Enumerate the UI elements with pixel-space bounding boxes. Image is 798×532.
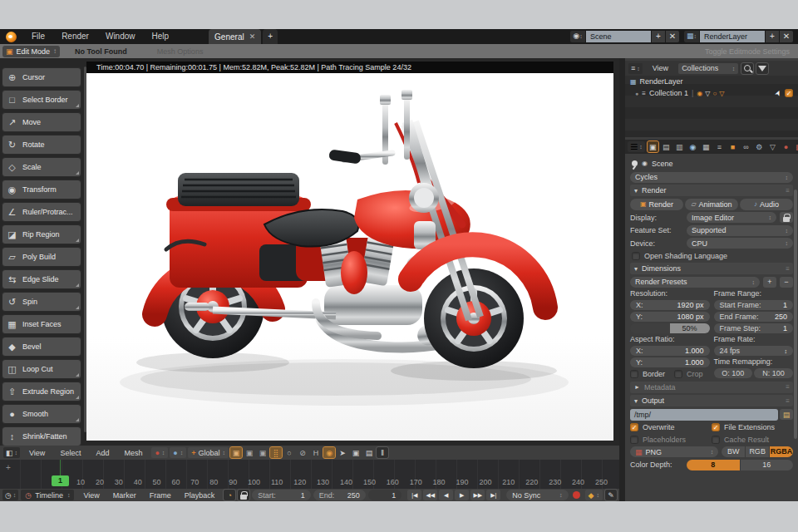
tab-close-icon[interactable]: ✕	[249, 32, 256, 41]
menubar-menu[interactable]: Help	[144, 29, 178, 44]
record-button[interactable]	[571, 490, 583, 500]
add-workspace-button[interactable]: +	[263, 29, 278, 44]
placeholders-checkbox[interactable]	[630, 436, 638, 444]
collection-object-icon[interactable]: ◉	[697, 90, 702, 97]
viewport-menu[interactable]: Select	[52, 449, 88, 457]
properties-tab-icon[interactable]: ▽	[767, 141, 778, 152]
viewport-header-icon[interactable]: ▤	[363, 447, 375, 458]
tool-button[interactable]: ▱ Poly Build	[2, 247, 81, 267]
dimensions-section-header[interactable]: ▾Dimensions≡	[630, 263, 793, 274]
scene-delete-button[interactable]: ✕	[666, 31, 679, 42]
viewport-header-icon[interactable]: ○	[283, 447, 295, 458]
tool-button[interactable]: ▦ Inset Faces	[2, 314, 81, 334]
tool-button[interactable]: ⊕ Cursor	[2, 67, 81, 87]
properties-scrollbar[interactable]	[794, 190, 797, 439]
outliner-row-renderlayer[interactable]: ▦ RenderLayer	[625, 76, 798, 87]
tool-button[interactable]: ◪ Rip Region	[2, 224, 81, 244]
auto-keyframe-icon[interactable]: ◔	[224, 490, 235, 500]
menubar-menu[interactable]: Render	[53, 29, 97, 44]
scene-name-field[interactable]: Scene	[586, 31, 651, 42]
viewport-header-icon[interactable]: ➤	[337, 447, 348, 458]
cache-result-checkbox[interactable]	[712, 436, 720, 444]
end-frame-prop[interactable]: End Frame:250	[714, 312, 794, 322]
display-lock-button[interactable]	[780, 212, 793, 223]
renderlayer-name-field[interactable]: RenderLayer	[700, 31, 765, 42]
device-dropdown[interactable]: CPU↕	[687, 238, 793, 249]
renderlayer-delete-button[interactable]: ✕	[780, 31, 793, 42]
tool-button[interactable]: □ Select Border	[2, 90, 81, 110]
shading-mode-dropdown[interactable]: ●↕	[151, 447, 168, 458]
properties-tab-icon[interactable]: ⚙	[754, 141, 765, 152]
resolution-y-field[interactable]: Y:1080 px	[630, 312, 710, 322]
viewport-header-icon[interactable]: ⊘	[297, 447, 308, 458]
tool-button[interactable]: ⇧ Extrude Region	[2, 382, 81, 401]
viewport-header-icon[interactable]: ▣	[244, 447, 255, 458]
preset-add-button[interactable]: +	[763, 277, 776, 288]
viewport-header-icon[interactable]: H	[310, 447, 322, 458]
renderlayer-add-button[interactable]: +	[766, 31, 779, 42]
properties-tab-icon[interactable]: ▤	[661, 141, 672, 152]
properties-tab-icon[interactable]: ▥	[674, 141, 685, 152]
mode-dropdown[interactable]: ▣ Edit Mode ↕	[2, 46, 60, 57]
viewport-menu[interactable]: View	[22, 449, 52, 457]
aspect-x-field[interactable]: X:1.000	[630, 346, 710, 356]
properties-tab-icon[interactable]: ▩	[794, 141, 798, 152]
properties-editor-selector[interactable]: ≡↕	[628, 141, 645, 152]
overwrite-checkbox[interactable]: ✓	[630, 423, 638, 431]
viewport-header-icon[interactable]: ▣	[230, 447, 242, 458]
search-icon[interactable]	[741, 63, 753, 74]
render-button[interactable]: ▣Render	[630, 199, 683, 210]
properties-tab-icon[interactable]: ▣	[648, 141, 658, 152]
properties-tab-icon[interactable]: ■	[727, 141, 738, 152]
remap-new-field[interactable]: N: 100	[754, 368, 793, 378]
timeline-editor-selector[interactable]: ◷↕	[2, 490, 18, 500]
preset-remove-button[interactable]: −	[780, 277, 793, 288]
viewport-menu[interactable]: Mesh	[116, 449, 150, 457]
properties-tab-icon[interactable]: ≡	[714, 141, 725, 152]
collection-object-icon[interactable]: ○	[712, 90, 717, 97]
pivot-point-dropdown[interactable]: ●↕	[170, 447, 186, 458]
current-frame-marker[interactable]: 1	[52, 475, 69, 486]
collection-object-icon[interactable]: ▽	[719, 90, 724, 97]
osl-checkbox[interactable]	[632, 252, 640, 260]
menubar-menu[interactable]: File	[23, 29, 53, 44]
current-frame-field[interactable]: 1	[368, 490, 401, 500]
tool-button[interactable]: ↕ Shrink/Fatten	[2, 426, 81, 446]
render-result-view[interactable]	[86, 73, 613, 441]
channels-rgba[interactable]: RGBA	[770, 446, 793, 457]
properties-tab-icon[interactable]: ∞	[741, 141, 751, 152]
playback-button[interactable]: ▶|	[486, 490, 500, 500]
properties-tab-icon[interactable]: ●	[781, 141, 791, 152]
viewport-header-icon[interactable]: ‖	[377, 447, 388, 458]
folder-icon[interactable]: ▤	[780, 409, 793, 420]
display-dropdown[interactable]: Image Editor↕	[687, 212, 776, 223]
scene-icon[interactable]: ◉↕	[570, 31, 585, 42]
pin-icon[interactable]	[632, 160, 638, 166]
filter-icon[interactable]	[756, 63, 768, 74]
output-path-field[interactable]: /tmp/	[630, 409, 778, 421]
tool-button[interactable]: ◇ Scale	[2, 157, 81, 177]
sync-dropdown[interactable]: No Sync↕	[506, 490, 568, 500]
edit-keyframe-icon[interactable]: ✎	[605, 490, 617, 500]
frame-rate-dropdown[interactable]: 24 fps↕	[714, 346, 794, 356]
tool-button[interactable]: ● Smooth	[2, 404, 81, 424]
timeline-menu[interactable]: Marker	[106, 491, 143, 500]
collection-object-icon[interactable]: ▽	[705, 90, 710, 97]
timeline-menu[interactable]: Frame	[143, 491, 178, 500]
frame-step-prop[interactable]: Frame Step:1	[714, 323, 794, 333]
outliner-editor-selector[interactable]: ≡↕	[628, 63, 643, 74]
outliner-view-menu[interactable]: View	[646, 64, 675, 72]
viewport-menu[interactable]: Add	[88, 449, 116, 457]
animation-button[interactable]: ▱Animation	[685, 199, 738, 210]
end-frame-field[interactable]: End:250	[313, 490, 366, 500]
scene-add-button[interactable]: +	[652, 31, 665, 42]
renderlayer-icon[interactable]: ▦↕	[684, 31, 699, 42]
tool-button[interactable]: ◉ Transform	[2, 180, 81, 200]
audio-button[interactable]: ♪Audio	[740, 199, 793, 210]
output-section-header[interactable]: ▾Output≡	[630, 395, 793, 406]
aspect-y-field[interactable]: Y:1.000	[630, 357, 710, 367]
remap-old-field[interactable]: O: 100	[714, 368, 753, 378]
blender-logo-icon[interactable]	[6, 32, 17, 42]
start-frame-field[interactable]: Start:1	[252, 490, 311, 500]
resolution-percentage-slider[interactable]: 50%	[630, 323, 710, 333]
